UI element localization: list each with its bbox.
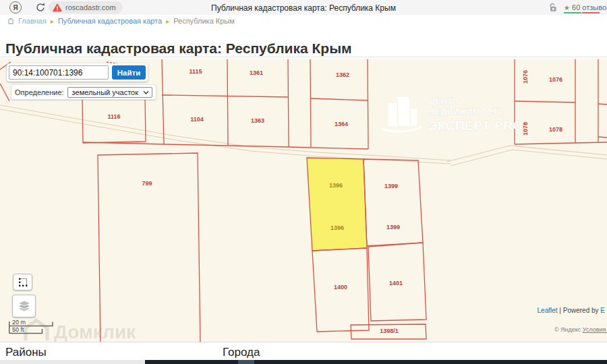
parcel-label: 1363: [251, 117, 264, 124]
parcel-1116[interactable]: [82, 97, 146, 143]
rating-underline-positive: [564, 12, 581, 13]
section-cities: Города: [223, 346, 260, 359]
parcel-1396[interactable]: [307, 158, 367, 251]
boundary-line: [310, 98, 368, 100]
parcel-label: 1396: [329, 182, 343, 189]
parcel-label: 1399: [384, 183, 398, 189]
measure-icon: [18, 277, 28, 288]
rating-underline-negative: [582, 12, 600, 13]
boundary-line: [598, 104, 607, 104]
parcel-label: 799: [142, 180, 152, 187]
road-line: [446, 146, 607, 162]
parcel-label: 1115: [189, 68, 202, 75]
definition-select[interactable]: земельный участок: [67, 87, 152, 98]
parcel-label: 1401: [389, 280, 403, 286]
boundary-line: [162, 95, 289, 97]
section-districts: Районы: [5, 346, 47, 359]
parcel-label: 1364: [335, 121, 348, 127]
expert-pro-watermark: ЦЕНТР НЕДВИЖИМОСТИ ЭКСПЕРТ PRO: [379, 92, 541, 138]
breadcrumb-separator-icon: ▸: [51, 18, 54, 25]
building-logo-icon: [382, 97, 422, 131]
road-line: [451, 150, 607, 166]
parcel-label: 1076: [522, 70, 529, 84]
definition-value: земельный участок: [72, 88, 138, 96]
svg-text:Домклик: Домклик: [54, 322, 136, 342]
reviews-count: 60 отзывов: [572, 3, 607, 11]
parcel-label: 1104: [190, 116, 204, 123]
search-input[interactable]: [9, 65, 109, 80]
leaflet-attribution: Leaflet | Powered by E: [538, 307, 605, 314]
search-button[interactable]: Найти: [112, 65, 146, 80]
title-divider: [0, 57, 607, 57]
domclick-watermark: Домклик: [20, 317, 148, 342]
protect-lock-icon[interactable]: [548, 2, 558, 16]
breadcrumb-separator-icon: ▸: [166, 18, 169, 25]
browser-window: Я roscadastr.com Публичная кадастровая к…: [0, 0, 607, 364]
svg-text:ЭКСПЕРТ PRO: ЭКСПЕРТ PRO: [428, 119, 523, 133]
yandex-browser-icon[interactable]: Я: [9, 1, 22, 13]
breadcrumb-current: Республика Крым: [173, 17, 235, 25]
parcel-label: 1400: [334, 284, 347, 291]
parcel-label: 1399: [386, 224, 400, 231]
layers-button[interactable]: [12, 295, 36, 317]
boundary-line: [0, 84, 9, 101]
url-text: roscadastr.com: [65, 3, 116, 11]
measure-tool-button[interactable]: [13, 274, 32, 291]
search-box: Найти: [7, 63, 148, 82]
bottom-bar-thumb[interactable]: [238, 360, 254, 364]
layers-icon: [17, 299, 32, 313]
boundary-line: [598, 137, 607, 138]
parcel-label: 1078: [549, 126, 562, 133]
home-icon: [7, 18, 14, 24]
warning-icon: [53, 3, 62, 12]
boundary-line: [368, 59, 368, 149]
chevron-down-icon: [143, 90, 149, 95]
svg-text:ЦЕНТР: ЦЕНТР: [429, 97, 458, 107]
boundary-line: [162, 59, 164, 144]
breadcrumb-map-link[interactable]: Публичная кадастровая карта: [58, 17, 162, 25]
yandex-attribution: © Яндекс Условия и: [554, 326, 607, 333]
definition-label: Определение:: [15, 88, 64, 96]
parcel-1399[interactable]: [364, 159, 423, 246]
browser-tab-title: Публичная кадастровая карта: Республика …: [211, 3, 396, 13]
leaflet-link[interactable]: Leaflet: [538, 307, 558, 314]
domclick-house-icon: [26, 320, 47, 340]
parcel-label: 1116: [107, 113, 120, 120]
address-bar[interactable]: roscadastr.com: [49, 1, 123, 13]
yandex-terms-link[interactable]: Условия и: [583, 326, 607, 333]
breadcrumb-home[interactable]: Главная: [18, 17, 47, 25]
browser-toolbar: Я roscadastr.com Публичная кадастровая к…: [0, 0, 607, 16]
svg-text:НЕДВИЖИМОСТИ: НЕДВИЖИМОСТИ: [429, 107, 504, 117]
parcel-label: 1361: [250, 69, 263, 76]
bottom-bar: [0, 360, 607, 364]
boundary-line: [288, 59, 289, 147]
breadcrumb: Главная ▸ Публичная кадастровая карта ▸ …: [0, 15, 607, 27]
parcel-label: 1076: [549, 76, 562, 83]
cadastral-map[interactable]: 1115136113621076107611161104136313641078…: [0, 59, 607, 342]
star-icon: ★: [564, 4, 570, 11]
reload-icon[interactable]: [35, 2, 46, 16]
boundary-line: [227, 59, 228, 146]
definition-filter: Определение: земельный участок: [11, 84, 156, 100]
parcel-label: 1362: [336, 71, 349, 78]
boundary-line: [515, 142, 607, 144]
boundary-line: [310, 59, 311, 147]
parcel-label: 1396: [330, 224, 344, 231]
footer-sections: Районы Города: [0, 342, 607, 360]
parcel-label: 1398/1: [380, 328, 399, 334]
reviews-link[interactable]: ★ 60 отзывов: [564, 3, 607, 11]
bottom-bar-dark: [145, 360, 607, 364]
page-title: Публичная кадастровая карта: Республика …: [5, 40, 352, 57]
